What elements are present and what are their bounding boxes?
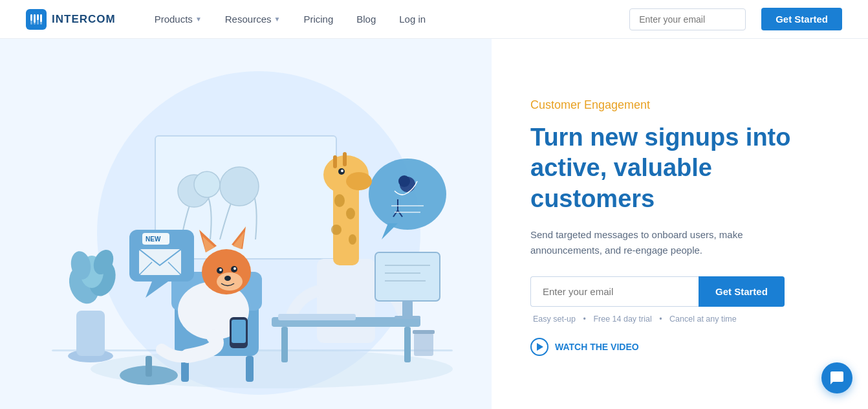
nav-pricing[interactable]: Pricing xyxy=(303,14,333,25)
svg-rect-4 xyxy=(34,14,36,23)
play-button-icon xyxy=(530,338,548,356)
nav-products[interactable]: Products ▼ xyxy=(155,14,202,25)
svg-rect-42 xyxy=(333,155,337,168)
svg-rect-43 xyxy=(343,152,347,166)
svg-point-70 xyxy=(219,269,222,271)
nav-resources[interactable]: Resources ▼ xyxy=(225,14,281,25)
svg-rect-75 xyxy=(232,320,246,343)
nav-links: Products ▼ Resources ▼ Pricing Blog Log … xyxy=(155,14,629,25)
resources-chevron-icon: ▼ xyxy=(274,16,280,23)
hero-get-started-button[interactable]: Get Started xyxy=(699,276,785,307)
play-triangle-icon xyxy=(537,343,543,351)
svg-point-68 xyxy=(217,272,243,291)
nav-blog[interactable]: Blog xyxy=(356,14,376,25)
logo-icon xyxy=(26,9,47,30)
main-content: NEW Customer Engagement Turn new signups… xyxy=(0,39,868,409)
svg-rect-8 xyxy=(40,14,42,22)
svg-point-34 xyxy=(334,194,345,207)
svg-point-36 xyxy=(331,225,342,235)
logo-text: INTERCOM xyxy=(52,13,116,26)
svg-rect-32 xyxy=(317,259,375,343)
watch-video-link[interactable]: WATCH THE VIDEO xyxy=(530,338,836,356)
svg-point-41 xyxy=(341,170,343,172)
svg-rect-0 xyxy=(26,9,47,30)
svg-rect-55 xyxy=(413,330,435,334)
svg-text:NEW: NEW xyxy=(146,236,161,243)
nav-right: Get Started xyxy=(629,8,842,30)
fine-print: Easy set-up • Free 14 day trial • Cancel… xyxy=(530,315,836,324)
nav-email-input[interactable] xyxy=(629,8,746,30)
svg-point-23 xyxy=(369,159,446,230)
hero-headline: Turn new signups into active, valuable c… xyxy=(530,122,836,215)
svg-rect-48 xyxy=(402,301,413,317)
category-label: Customer Engagement xyxy=(530,98,836,112)
chat-bubble-icon xyxy=(829,370,845,386)
chat-widget-button[interactable] xyxy=(821,362,852,393)
svg-rect-45 xyxy=(281,327,288,362)
svg-point-22 xyxy=(194,171,220,197)
nav-get-started-button[interactable]: Get Started xyxy=(761,8,842,30)
svg-rect-53 xyxy=(278,314,356,320)
svg-point-73 xyxy=(224,276,231,281)
nav-login[interactable]: Log in xyxy=(399,14,426,25)
svg-rect-2 xyxy=(30,14,32,21)
svg-point-72 xyxy=(233,267,236,270)
svg-point-37 xyxy=(349,234,356,245)
svg-rect-54 xyxy=(414,333,433,356)
svg-point-39 xyxy=(346,172,372,190)
svg-point-35 xyxy=(346,208,355,219)
content-panel: Customer Engagement Turn new signups int… xyxy=(492,39,868,409)
svg-rect-61 xyxy=(146,356,152,377)
svg-rect-6 xyxy=(37,14,39,20)
svg-rect-46 xyxy=(404,327,411,362)
logo[interactable]: INTERCOM xyxy=(26,9,116,30)
svg-rect-59 xyxy=(246,356,254,382)
svg-rect-49 xyxy=(395,316,420,319)
hero-subtext: Send targeted messages to onboard users,… xyxy=(530,227,802,258)
illustration-panel: NEW xyxy=(0,39,492,409)
svg-rect-47 xyxy=(375,252,440,301)
svg-point-26 xyxy=(398,175,410,187)
cta-row: Get Started xyxy=(530,276,836,307)
svg-rect-13 xyxy=(76,311,105,356)
products-chevron-icon: ▼ xyxy=(195,16,202,23)
svg-point-21 xyxy=(220,167,259,206)
hero-illustration: NEW xyxy=(0,39,492,409)
svg-rect-80 xyxy=(139,249,181,275)
hero-email-input[interactable] xyxy=(530,276,699,307)
navbar: INTERCOM Products ▼ Resources ▼ Pricing … xyxy=(0,0,868,39)
